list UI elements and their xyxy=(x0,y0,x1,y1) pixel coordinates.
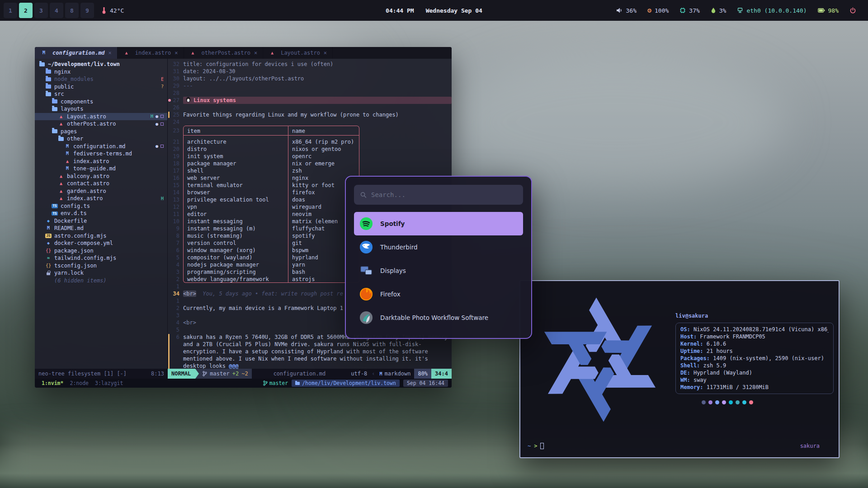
launcher-item-thunderbird[interactable]: Thunderbird xyxy=(354,235,523,259)
tab-close-icon[interactable]: × xyxy=(108,50,112,56)
tree-item-index.astro[interactable]: ▲index.astro xyxy=(35,158,167,165)
line-number: 10 xyxy=(171,218,183,225)
folder-open-icon xyxy=(58,137,64,141)
tree-item-label: pages xyxy=(61,128,77,135)
workspace-button-3[interactable]: 3 xyxy=(34,3,48,18)
fetch-value: 1409 (nix-system), 2590 (nix-user) xyxy=(710,355,824,361)
tree-item-tsconfig.json[interactable]: {}tsconfig.json xyxy=(35,262,167,270)
tree-item-other[interactable]: other xyxy=(35,135,167,143)
workspace-button-2[interactable]: 2 xyxy=(19,3,33,18)
line-number: 5 xyxy=(171,326,183,333)
fetch-label: OS: xyxy=(680,326,690,333)
tree-item-contact.astro[interactable]: ▲contact.astro xyxy=(35,180,167,188)
launcher-item-darktable-photo-workflow-software[interactable]: Darktable Photo Workflow Software xyxy=(354,306,523,329)
tree-item-components[interactable]: components xyxy=(35,98,167,106)
tree-item--6-hidden-items-[interactable]: (6 hidden items) xyxy=(35,277,167,285)
astro-flame-icon: ▲ xyxy=(60,196,62,201)
tree-item-configuration.md[interactable]: Mconfiguration.md● xyxy=(35,143,167,150)
launcher-search[interactable] xyxy=(354,185,523,205)
sign-column xyxy=(168,138,171,145)
fetch-line-uptime: Uptime: 21 hours xyxy=(680,347,829,355)
tree-item-tailwind.config.mjs[interactable]: ≈tailwind.config.mjs xyxy=(35,254,167,262)
sign-column xyxy=(168,290,171,297)
tree-item-yarn.lock[interactable]: yarn.lock xyxy=(35,269,167,277)
tree-item-Layout.astro[interactable]: ▲Layout.astroH● xyxy=(35,113,167,121)
battery-module[interactable]: 98% xyxy=(812,7,844,14)
tree-item-garden.astro[interactable]: ▲garden.astro xyxy=(35,188,167,195)
sign-column xyxy=(168,145,171,153)
markdown-heading: Linux systems xyxy=(183,97,452,104)
tree-item-label: astro.config.mjs xyxy=(54,233,107,239)
astro-icon: ▲ xyxy=(57,189,65,193)
tab-otherPost.astro[interactable]: ▲otherPost.astro× xyxy=(184,47,264,59)
tmux-window-2:node[interactable]: 2:node xyxy=(66,380,92,386)
launcher-item-displays[interactable]: Displays xyxy=(354,259,523,282)
launcher-item-firefox[interactable]: Firefox xyxy=(354,282,523,306)
search-input[interactable] xyxy=(371,191,517,198)
tree-item-astro.config.mjs[interactable]: JSastro.config.mjs xyxy=(35,232,167,240)
fetch-value: sway xyxy=(690,377,707,383)
tree-item-otherPost.astro[interactable]: ▲otherPost.astro● xyxy=(35,120,167,128)
sign-column xyxy=(168,167,171,174)
workspace-button-8[interactable]: 8 xyxy=(65,3,79,18)
tree-item-label: config.ts xyxy=(61,203,90,209)
git-branch: master xyxy=(210,371,229,377)
table-row: 21architecturex86_64 (rip m2 pro) xyxy=(168,138,452,145)
folder-open-icon xyxy=(46,92,51,96)
tab-close-icon[interactable]: × xyxy=(324,50,327,56)
tree-item-pages[interactable]: pages xyxy=(35,128,167,136)
disk-module[interactable]: 3% xyxy=(705,7,732,14)
workspace-button-9[interactable]: 9 xyxy=(80,3,94,18)
tree-item-index.astro[interactable]: ▲index.astroH xyxy=(35,195,167,202)
neo-tree-sidebar[interactable]: ~/Development/liv.townnginxnode_modulesE… xyxy=(35,59,168,369)
tree-item-label: tsconfig.json xyxy=(54,263,97,269)
tree-item-tone-guide.md[interactable]: Mtone-guide.md xyxy=(35,165,167,173)
folder-open-icon xyxy=(45,92,52,96)
tree-item-src[interactable]: src xyxy=(35,90,167,98)
launcher-item-spotify[interactable]: Spotify xyxy=(354,212,523,235)
tree-item-config.ts[interactable]: TSconfig.ts xyxy=(35,202,167,210)
line-text: --- xyxy=(183,82,452,89)
tab-close-icon[interactable]: × xyxy=(254,50,257,56)
terminal-window[interactable]: liv@sakura OS: NixOS 24.11.20240828.71e9… xyxy=(519,280,840,458)
tab-configuration.md[interactable]: Mconfiguration.md× xyxy=(35,47,118,59)
memory-module[interactable]: 37% xyxy=(674,7,705,14)
table-cell-item: init system xyxy=(183,153,288,160)
workspace-button-1[interactable]: 1 xyxy=(4,3,17,18)
tree-item-nginx[interactable]: nginx xyxy=(35,68,167,76)
cpu-module[interactable]: ⚙ 100% xyxy=(642,7,674,14)
tree-item-Dockerfile[interactable]: ◆Dockerfile xyxy=(35,217,167,225)
statusline-filename: configuration.md xyxy=(252,369,348,379)
tree-item-docker-compose.yml[interactable]: ◆docker-compose.yml xyxy=(35,239,167,247)
tree-item-public[interactable]: public? xyxy=(35,83,167,91)
tree-item-package.json[interactable]: {}package.json xyxy=(35,247,167,255)
git-status-badge: H xyxy=(151,114,153,119)
modified-indicator: ● xyxy=(156,114,158,119)
tree-item-balcony.astro[interactable]: ▲balcony.astro xyxy=(35,173,167,180)
network-module[interactable]: eth0 (10.0.0.140) xyxy=(731,7,812,14)
tab-Layout.astro[interactable]: ▲Layout.astro× xyxy=(263,47,333,59)
fetch-value: 6.10.6 xyxy=(703,341,726,347)
tree-item-layouts[interactable]: layouts xyxy=(35,105,167,113)
tmux-window-1:nvim*[interactable]: 1:nvim* xyxy=(38,380,66,386)
tmux-window-3:lazygit[interactable]: 3:lazygit xyxy=(92,380,126,386)
table-cell-item: compositor (wayland) xyxy=(183,254,288,261)
displays-app-icon xyxy=(359,264,373,277)
tree-item-fediverse-terms.md[interactable]: Mfediverse-terms.md xyxy=(35,150,167,158)
tree-item-env.d.ts[interactable]: TSenv.d.ts xyxy=(35,210,167,217)
tree-item-node-modules[interactable]: node_modulesE xyxy=(35,75,167,83)
sign-column xyxy=(168,305,171,312)
power-button[interactable] xyxy=(844,7,862,14)
tab-close-icon[interactable]: × xyxy=(175,50,178,56)
tree-item-label: tailwind.config.mjs xyxy=(54,255,116,261)
line-number: 30 xyxy=(171,75,183,82)
volume-module[interactable]: 36% xyxy=(611,7,642,14)
tab-index.astro[interactable]: ▲index.astro× xyxy=(118,47,184,59)
neo-tree-statusline: neo-tree filesystem [1] [-] 8:13 xyxy=(35,369,168,379)
tree-item-README.md[interactable]: MREADME.md xyxy=(35,225,167,232)
astro-icon: ▲ xyxy=(64,159,71,164)
tree-item-~-Development-liv.town[interactable]: ~/Development/liv.town xyxy=(35,61,167,68)
table-cell-item: nodejs package manager xyxy=(183,261,288,268)
line-text: date: 2024-08-30 xyxy=(183,68,452,75)
workspace-button-4[interactable]: 4 xyxy=(50,3,63,18)
